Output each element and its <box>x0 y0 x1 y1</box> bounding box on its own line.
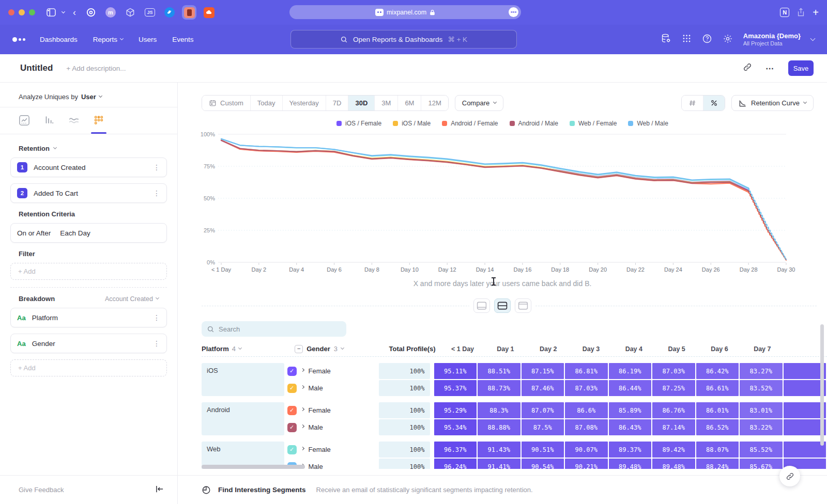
series-checkbox[interactable]: ✓ <box>287 406 297 415</box>
select-all-checkbox[interactable]: − <box>295 345 303 353</box>
legend-item[interactable]: iOS / Male <box>393 120 431 127</box>
tab-insights[interactable] <box>19 115 30 134</box>
traffic-light-close[interactable] <box>8 9 14 15</box>
target-favicon[interactable] <box>84 5 98 20</box>
page-title[interactable]: Untitled <box>20 63 53 73</box>
traffic-light-zoom[interactable] <box>29 9 35 15</box>
filter-add-button[interactable]: + Add <box>10 263 167 280</box>
apps-grid-icon[interactable] <box>682 34 692 45</box>
cloud-favicon[interactable] <box>202 5 216 20</box>
breakdown-item-gender[interactable]: AaGender⋮ <box>10 334 167 353</box>
letter-m-favicon[interactable]: m <box>103 5 118 20</box>
address-bar[interactable]: mixpanel.com ••• <box>289 5 521 19</box>
legend-item[interactable]: iOS / Female <box>336 120 381 127</box>
settings-gear-icon[interactable] <box>723 34 733 46</box>
tabs-chevron-icon[interactable] <box>62 12 65 13</box>
data-management-icon[interactable] <box>661 33 671 46</box>
legend-item[interactable]: Web / Female <box>570 120 617 127</box>
column-header-gender[interactable]: −Gender3 <box>295 345 387 353</box>
nav-item-dashboards[interactable]: Dashboards <box>40 36 78 43</box>
page-actions-button[interactable]: ••• <box>509 7 518 17</box>
new-tab-icon[interactable]: + <box>813 7 819 19</box>
cube-favicon[interactable] <box>123 5 137 20</box>
absolute-values-button[interactable] <box>682 96 703 111</box>
help-icon[interactable] <box>702 34 712 46</box>
tab-flows[interactable] <box>68 115 80 134</box>
horizontal-scrollbar[interactable] <box>202 465 305 469</box>
range-button-30d[interactable]: 30D <box>348 96 375 111</box>
traffic-light-minimize[interactable] <box>19 9 25 15</box>
range-button-12m[interactable]: 12M <box>421 96 448 111</box>
nav-item-events[interactable]: Events <box>172 36 193 43</box>
expand-row-icon[interactable] <box>300 385 304 389</box>
range-button-7d[interactable]: 7D <box>326 96 349 111</box>
breakdown-scope-selector[interactable]: Account Created <box>105 295 159 303</box>
save-button[interactable]: Save <box>788 60 814 76</box>
layout-chart-only-button[interactable] <box>473 298 490 313</box>
legend-item[interactable]: Web / Male <box>628 120 668 127</box>
breakdown-item-platform[interactable]: AaPlatform⋮ <box>10 308 167 327</box>
range-button-today[interactable]: Today <box>251 96 283 111</box>
chart-type-selector[interactable]: Retention Curve <box>731 95 814 111</box>
segments-title[interactable]: Find Interesting Segments <box>218 486 306 494</box>
retention-step-1[interactable]: 1Account Created⋮ <box>10 158 167 177</box>
step-kebab-icon[interactable]: ⋮ <box>153 163 160 171</box>
project-switcher[interactable]: Amazonia {Demo} All Project Data <box>743 32 801 48</box>
compare-button[interactable]: Compare <box>455 95 503 111</box>
layout-split-button[interactable] <box>494 298 511 313</box>
sidebar-toggle-icon[interactable] <box>47 8 56 17</box>
criteria-interval[interactable]: Each Day <box>60 229 90 237</box>
column-header-day: Day 2 <box>527 345 569 353</box>
legend-item[interactable]: Android / Female <box>442 120 498 127</box>
column-header-platform[interactable]: Platform4 <box>202 345 295 353</box>
retention-criteria-control[interactable]: On or After Each Day <box>10 223 167 243</box>
table-search-input[interactable]: Search <box>202 321 346 337</box>
vertical-scrollbar[interactable] <box>820 324 824 446</box>
tab-retention[interactable] <box>93 115 104 134</box>
reading-favicon[interactable] <box>182 5 196 20</box>
expand-row-icon[interactable] <box>300 368 304 372</box>
series-checkbox[interactable]: ✓ <box>287 445 297 454</box>
step-kebab-icon[interactable]: ⋮ <box>153 189 160 197</box>
nav-item-reports[interactable]: Reports <box>93 36 123 43</box>
legend-item[interactable]: Android / Male <box>510 120 558 127</box>
retention-step-2[interactable]: 2Added To Cart⋮ <box>10 183 167 203</box>
mixpanel-logo-icon[interactable] <box>12 37 25 42</box>
notion-extension-icon[interactable]: N <box>780 8 789 17</box>
analyze-value[interactable]: User <box>81 93 96 101</box>
range-button-6m[interactable]: 6M <box>398 96 421 111</box>
floating-share-button[interactable] <box>779 466 800 486</box>
range-button-3m[interactable]: 3M <box>375 96 398 111</box>
expand-row-icon[interactable] <box>300 407 304 411</box>
description-placeholder[interactable]: + Add description... <box>66 65 126 72</box>
layout-table-only-button[interactable] <box>515 298 531 313</box>
back-icon[interactable]: ‹ <box>73 7 76 18</box>
platform-cell[interactable]: Android <box>202 402 284 435</box>
share-icon[interactable] <box>797 8 805 17</box>
expand-row-icon[interactable] <box>300 424 304 428</box>
series-checkbox[interactable]: ✓ <box>287 384 297 393</box>
criteria-operator[interactable]: On or After <box>17 229 51 237</box>
global-search-input[interactable]: Open Reports & Dashboards ⌘ + K <box>290 30 517 49</box>
nav-item-users[interactable]: Users <box>139 36 157 43</box>
bird-favicon[interactable] <box>162 5 177 20</box>
copy-link-icon[interactable] <box>743 62 752 74</box>
tab-funnels[interactable] <box>43 115 55 134</box>
js-favicon[interactable]: JS <box>143 5 157 20</box>
percent-values-button[interactable] <box>703 96 725 111</box>
collapse-sidebar-icon[interactable] <box>156 485 164 495</box>
breakdown-add-button[interactable]: + Add <box>10 359 167 376</box>
range-button-custom[interactable]: Custom <box>202 96 251 111</box>
platform-cell[interactable]: iOS <box>202 363 284 396</box>
retention-section-label[interactable]: Retention <box>19 145 50 152</box>
gender-label: Male <box>309 423 323 431</box>
give-feedback-link[interactable]: Give Feedback <box>19 486 64 494</box>
series-checkbox[interactable]: ✓ <box>287 423 297 432</box>
expand-row-icon[interactable] <box>300 447 304 450</box>
range-button-yesterday[interactable]: Yesterday <box>283 96 326 111</box>
breakdown-kebab-icon[interactable]: ⋮ <box>153 313 160 322</box>
breakdown-kebab-icon[interactable]: ⋮ <box>153 339 160 348</box>
retention-line-chart[interactable]: 100%75%50%25%0%< 1 DayDay 2Day 4Day 6Day… <box>178 130 827 274</box>
series-checkbox[interactable]: ✓ <box>287 367 297 376</box>
more-options-icon[interactable]: ⋯ <box>765 64 775 73</box>
